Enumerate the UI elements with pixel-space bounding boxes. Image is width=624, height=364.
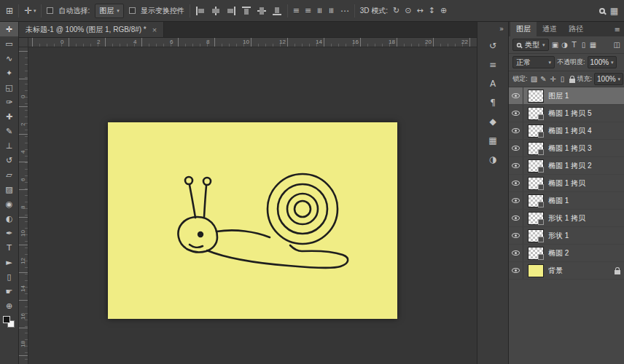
visibility-toggle[interactable] (509, 122, 523, 139)
visibility-toggle[interactable] (509, 87, 523, 104)
layer-thumbnail[interactable] (528, 159, 544, 173)
dodge-tool[interactable]: ◐ (0, 211, 18, 226)
layer-row[interactable]: 椭圆 1 拷贝 4 (509, 122, 624, 140)
document-canvas[interactable] (108, 122, 397, 319)
type-tool[interactable]: T (0, 240, 18, 255)
adjustments-panel-icon[interactable]: ◑ (483, 151, 502, 168)
history-panel-icon[interactable]: ↺ (483, 37, 502, 55)
brush-tool[interactable]: ✎ (0, 124, 18, 138)
ruler-origin-corner[interactable] (19, 38, 28, 47)
layer-thumbnail[interactable] (528, 212, 544, 225)
hand-tool[interactable]: ☛ (0, 284, 18, 298)
visibility-toggle[interactable] (509, 210, 523, 226)
filter-smart-objects-icon[interactable]: ▦ (589, 41, 598, 49)
filter-shape-layers-icon[interactable]: ▯ (580, 41, 588, 49)
layer-row[interactable]: 背景 (509, 262, 624, 280)
canvas-workspace[interactable]: 0246810121416182022 02468101214161820 (19, 38, 477, 364)
distribute-top-icon[interactable]: ≡ (293, 6, 300, 15)
lock-artboard-icon[interactable]: ▯ (558, 75, 567, 83)
current-tool-well[interactable]: ✛ ▾ (24, 5, 36, 16)
align-right-icon[interactable] (226, 7, 236, 15)
zoom-tool[interactable]: ⊕ (0, 298, 18, 313)
layer-thumbnail[interactable] (528, 229, 544, 242)
healing-brush-tool[interactable]: ✚ (0, 109, 18, 124)
align-bottom-icon[interactable] (272, 7, 282, 15)
layer-name[interactable]: 形状 1 (548, 231, 620, 241)
fill-field[interactable]: 100% ▾ (594, 73, 623, 85)
layer-row[interactable]: 图层 1 (509, 87, 624, 105)
crop-tool[interactable]: ◱ (0, 80, 18, 95)
app-home-icon[interactable]: ⊞ (6, 6, 13, 16)
filter-adjustment-layers-icon[interactable]: ◑ (561, 41, 569, 49)
vertical-ruler[interactable]: 02468101214161820 (19, 47, 28, 364)
align-vertical-center-icon[interactable] (257, 7, 267, 15)
layer-thumbnail[interactable] (528, 194, 544, 207)
3d-pan-icon[interactable]: ↔ (416, 6, 423, 15)
auto-select-dropdown[interactable]: 图层 ▾ (95, 4, 124, 18)
3d-roll-icon[interactable]: ⊙ (405, 6, 411, 15)
layer-name[interactable]: 背景 (548, 266, 615, 276)
layer-thumbnail[interactable] (528, 264, 544, 277)
paragraph-panel-icon[interactable]: ¶ (483, 94, 502, 111)
visibility-toggle[interactable] (509, 227, 523, 244)
3d-orbit-icon[interactable]: ↻ (393, 6, 399, 15)
layer-name[interactable]: 形状 1 拷贝 (548, 213, 620, 223)
filter-pixel-layers-icon[interactable]: ▣ (551, 41, 560, 49)
lock-image-pixels-icon[interactable]: ✎ (539, 75, 548, 83)
gradient-tool[interactable]: ▨ (0, 182, 18, 197)
filter-kind-dropdown[interactable]: 类型 ▾ (512, 39, 549, 51)
clone-stamp-tool[interactable]: ⊥ (0, 138, 18, 153)
layer-thumbnail[interactable] (528, 247, 544, 260)
align-top-icon[interactable] (241, 7, 251, 15)
visibility-toggle[interactable] (509, 245, 523, 261)
quick-selection-tool[interactable]: ✦ (0, 66, 18, 80)
document-tab[interactable]: 未标题-1 @ 100% (图层 1, RGB/8#) * × (19, 22, 164, 37)
layer-name[interactable]: 椭圆 1 拷贝 2 (548, 161, 620, 171)
3d-scale-icon[interactable]: ⊕ (440, 6, 447, 15)
layer-thumbnail[interactable] (528, 90, 544, 103)
layer-row[interactable]: 椭圆 1 拷贝 (509, 175, 624, 192)
foreground-color-swatch[interactable] (3, 316, 10, 323)
distribute-left-icon[interactable]: ≡ (315, 7, 324, 14)
visibility-toggle[interactable] (509, 157, 523, 174)
layer-name[interactable]: 图层 1 (548, 91, 620, 101)
workspace-switcher-icon[interactable]: ▦ (610, 6, 618, 16)
more-options-button[interactable]: ⋯ (340, 6, 349, 16)
layer-name[interactable]: 椭圆 1 拷贝 4 (548, 126, 620, 136)
visibility-toggle[interactable] (509, 175, 523, 191)
eyedropper-tool[interactable]: ✑ (0, 95, 18, 109)
marquee-tool[interactable]: ▭ (0, 36, 18, 51)
blend-mode-dropdown[interactable]: 正常 ▾ (512, 56, 555, 68)
tab-channels[interactable]: 通道 (537, 22, 563, 36)
pen-tool[interactable]: ✒ (0, 226, 18, 240)
align-horizontal-center-icon[interactable] (211, 7, 221, 15)
layer-name[interactable]: 椭圆 1 拷贝 3 (548, 143, 620, 154)
layer-name[interactable]: 椭圆 1 拷贝 (548, 178, 620, 189)
visibility-toggle[interactable] (509, 262, 523, 279)
horizontal-ruler[interactable]: 0246810121416182022 (28, 38, 477, 47)
eraser-tool[interactable]: ▱ (0, 167, 18, 182)
3d-slide-icon[interactable]: ↕ (429, 6, 435, 15)
tab-layers[interactable]: 图层 (510, 22, 537, 36)
lock-transparent-pixels-icon[interactable]: ▨ (530, 75, 539, 83)
panel-menu-icon[interactable]: ≡ (615, 25, 620, 33)
expand-panels-icon[interactable]: » (499, 25, 504, 36)
shape-tool[interactable]: ▯ (0, 269, 18, 284)
lasso-tool[interactable]: ∿ (0, 51, 18, 66)
blur-tool[interactable]: ◉ (0, 197, 18, 211)
layer-row[interactable]: 椭圆 1 拷贝 3 (509, 140, 624, 157)
libraries-panel-icon[interactable]: ▦ (483, 132, 502, 149)
layer-row[interactable]: 椭圆 1 (509, 192, 624, 210)
layer-thumbnail[interactable] (528, 107, 544, 120)
move-tool[interactable]: ✛ (0, 22, 18, 36)
layer-row[interactable]: 形状 1 (509, 227, 624, 245)
visibility-toggle[interactable] (509, 105, 523, 122)
show-transform-checkbox[interactable] (129, 7, 136, 14)
layer-row[interactable]: 椭圆 1 拷贝 2 (509, 157, 624, 175)
distribute-vertical-center-icon[interactable]: ≡ (305, 6, 311, 15)
tab-paths[interactable]: 路径 (563, 22, 589, 36)
visibility-toggle[interactable] (509, 140, 523, 157)
layer-thumbnail[interactable] (528, 124, 544, 138)
color-swatches[interactable] (0, 314, 18, 331)
search-icon[interactable] (599, 8, 605, 14)
